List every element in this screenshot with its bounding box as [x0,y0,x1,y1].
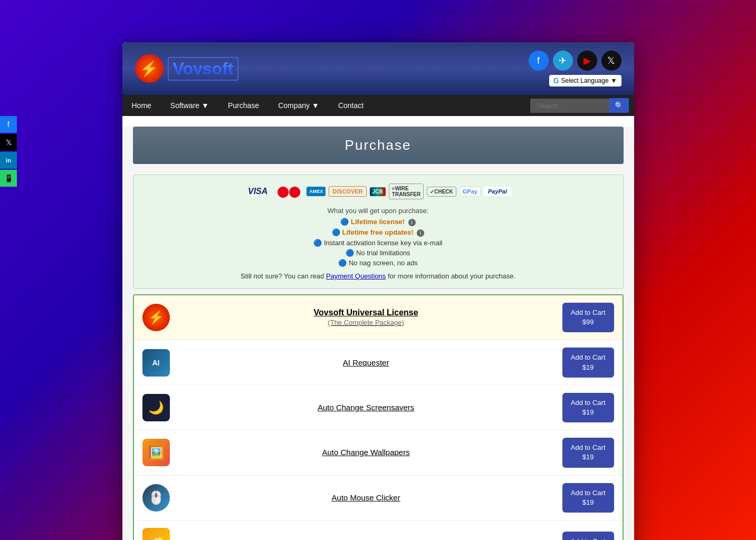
ai-requester-link[interactable]: AI Requester [343,358,389,367]
universal-license-link[interactable]: Vovsoft Universal License (The Complete … [178,308,554,326]
add-to-cart-ai[interactable]: Add to Cart$19 [562,348,614,377]
product-row-mouse-clicker: 🖱️ Auto Mouse Clicker Add to Cart$19 [134,476,623,520]
add-to-cart-universal[interactable]: Add to Cart$99 [562,303,614,332]
payment-note: Still not sure? You can read Payment Que… [144,272,613,280]
payment-questions-link[interactable]: Payment Questions [326,272,386,280]
product-name-universal: Vovsoft Universal License (The Complete … [178,308,554,327]
add-to-cart-last[interactable]: Add to Cart [562,532,614,540]
product-icon-vovsoft: ⚡ [142,304,170,331]
payment-note-end: for more information about your purchase… [388,272,515,280]
logo-area: ⚡ Vovsoft [135,54,239,83]
ai-label: AI [152,359,160,367]
gpay-logo: GPay [460,187,481,196]
search-area: 🔍 [530,98,629,113]
benefits-list: Lifetime license! i Lifetime free update… [144,218,613,267]
logo-icon: ⚡ [135,54,164,83]
product-name-wallpapers: Auto Change Wallpapers [178,448,554,457]
product-icon-wallpaper: 🖼️ [142,439,170,466]
software-chevron-icon: ▼ [202,101,209,110]
social-sidebar: f 𝕏 in 📱 [0,116,17,187]
benefits-intro: What you will get upon purchase: [144,207,613,215]
youtube-icon-btn[interactable]: ▶ [577,51,597,71]
product-row-last: 📁 Add to Cart [134,520,623,540]
google-logo: G [553,76,559,85]
product-row-ai: AI AI Requester Add to Cart$19 [134,340,623,385]
nav-company[interactable]: Company ▼ [269,95,329,116]
add-to-cart-wallpapers[interactable]: Add to Cart$19 [562,438,614,467]
benefit-4: No trial limitations [144,249,613,257]
benefit-lifetime-updates: Lifetime free updates! [342,228,413,236]
benefit-lifetime-license: Lifetime license! [351,218,405,226]
visa-logo: VISA [245,185,271,198]
language-selector[interactable]: G Select Language ▼ [549,75,621,86]
products-section: ⚡ Vovsoft Universal License (The Complet… [133,294,624,540]
benefit-3: Instant activation license key via e-mai… [144,239,613,247]
product-name-ai: AI Requester [178,358,554,368]
language-chevron: ▼ [611,77,617,84]
page-title: Purchase [143,137,613,153]
sidebar-facebook-btn[interactable]: f [0,116,17,133]
telegram-icon-btn[interactable]: ✈ [553,51,573,71]
wire-logo: ≡WIRETRANSFER [389,184,424,199]
facebook-icon-btn[interactable]: f [529,51,549,71]
nav-items: Home Software ▼ Purchase Company ▼ Conta… [122,95,530,116]
universal-license-subtitle: (The Complete Package) [328,319,404,326]
product-icon-mouse: 🖱️ [142,484,170,512]
header-right: f ✈ ▶ 𝕏 G Select Language ▼ [529,51,621,86]
sidebar-whatsapp-btn[interactable]: 📱 [0,170,17,187]
language-label: Select Language [561,77,609,84]
wallpapers-link[interactable]: Auto Change Wallpapers [322,448,410,457]
main-content: Purchase VISA ⬤⬤ AMEX DISCOVER JCB ≡WIRE… [122,127,634,540]
product-name-mouse-clicker: Auto Mouse Clicker [178,493,554,503]
product-name-screensavers: Auto Change Screensavers [178,403,554,412]
amex-logo: AMEX [307,187,326,196]
jcb-logo: JCB [370,187,386,196]
twitter-icon-btn[interactable]: 𝕏 [601,51,621,71]
screensavers-link[interactable]: Auto Change Screensavers [318,403,414,412]
product-row-wallpapers: 🖼️ Auto Change Wallpapers Add to Cart$19 [134,430,623,475]
nav-purchase[interactable]: Purchase [218,95,269,116]
sidebar-twitter-btn[interactable]: 𝕏 [0,134,17,151]
logo-text[interactable]: Vovsoft [168,57,239,81]
site-header: ⚡ Vovsoft f ✈ ▶ 𝕏 G Select Language ▼ [122,42,634,95]
nav-contact[interactable]: Contact [329,95,373,116]
benefit-2: Lifetime free updates! i [144,228,613,237]
browser-window: ⚡ Vovsoft f ✈ ▶ 𝕏 G Select Language ▼ [122,42,634,540]
paypal-logo: PayPal [484,187,511,196]
product-icon-screensaver: 🌙 [142,394,170,421]
lifetime-license-info-icon[interactable]: i [408,219,416,226]
nav-home[interactable]: Home [122,95,161,116]
benefit-1: Lifetime license! i [144,218,613,226]
check-logo: ✓CHECK [427,187,456,197]
lifetime-updates-info-icon[interactable]: i [417,229,424,237]
mastercard-logo: ⬤⬤ [274,184,303,199]
page-title-bar: Purchase [133,127,624,164]
payment-section: VISA ⬤⬤ AMEX DISCOVER JCB ≡WIRETRANSFER … [133,175,624,289]
payment-logos: VISA ⬤⬤ AMEX DISCOVER JCB ≡WIRETRANSFER … [144,184,613,199]
social-icons: f ✈ ▶ 𝕏 [529,51,621,71]
company-chevron-icon: ▼ [312,101,319,110]
nav-bar: Home Software ▼ Purchase Company ▼ Conta… [122,95,634,116]
add-to-cart-mouse-clicker[interactable]: Add to Cart$19 [562,483,614,513]
product-icon-ai: AI [142,349,170,377]
add-to-cart-screensavers[interactable]: Add to Cart$19 [562,393,614,422]
payment-note-text: Still not sure? You can read [241,272,324,280]
mouse-clicker-link[interactable]: Auto Mouse Clicker [332,493,400,502]
nav-software[interactable]: Software ▼ [161,95,218,116]
universal-license-title: Vovsoft Universal License [178,308,554,317]
search-input[interactable] [530,99,609,113]
product-row-universal: ⚡ Vovsoft Universal License (The Complet… [134,295,623,340]
sidebar-linkedin-btn[interactable]: in [0,152,17,169]
discover-logo: DISCOVER [329,186,366,197]
product-row-screensavers: 🌙 Auto Change Screensavers Add to Cart$1… [134,385,623,430]
product-icon-folder: 📁 [142,528,170,540]
benefit-5: No nag screen, no ads [144,259,613,267]
search-button[interactable]: 🔍 [609,98,629,113]
